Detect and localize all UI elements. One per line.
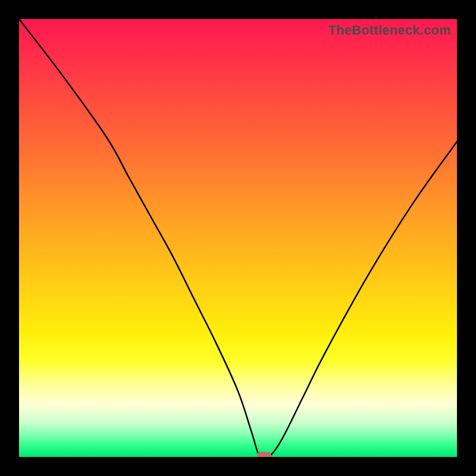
watermark-text: TheBottleneck.com [328, 23, 451, 38]
frame-border [457, 0, 476, 476]
optimal-point-marker [257, 452, 271, 458]
bottleneck-curve [19, 19, 457, 457]
curve-path [19, 19, 457, 457]
plot-area: TheBottleneck.com [19, 19, 457, 457]
frame-border [0, 457, 476, 476]
frame-border [0, 0, 19, 476]
frame-border [0, 0, 476, 19]
chart-canvas: TheBottleneck.com [0, 0, 476, 476]
